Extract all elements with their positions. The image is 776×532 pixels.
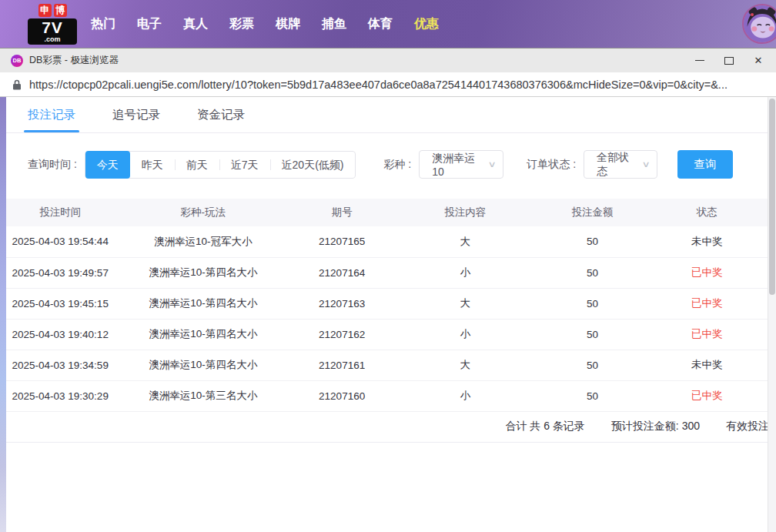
summary-expected-amount: 预计投注金额: 300 [611,420,700,433]
cell-bet-content: 大 [392,226,538,257]
cell-bet-amount: 50 [538,226,646,257]
cell-status: 已中奖 [647,319,768,350]
cell-bet-time: 2025-04-03 19:49:57 [6,257,114,288]
order-status-label: 订单状态 : [527,158,576,172]
cell-status: 未中奖 [647,350,768,380]
cell-bet-time: 2025-04-03 19:45:15 [6,288,114,319]
table-row: 2025-04-03 19:34:59 澳洲幸运10-第四名大小 2120716… [6,350,768,380]
table-header-row: 投注时间 彩种-玩法 期号 投注内容 投注金额 状态 [6,199,768,226]
site-favicon-icon: DB [11,55,23,67]
site-logo[interactable]: 申 博 7V .com [28,4,77,45]
cell-bet-content: 大 [392,350,538,380]
minimize-icon [695,60,704,61]
table-header-cell: 彩种-玩法 [114,199,291,226]
maximize-button[interactable] [714,49,744,72]
user-avatar[interactable] [742,4,776,44]
lock-icon [12,79,22,90]
site-navbar: 申 博 7V .com 热门 电子 真人 彩票 棋牌 捕鱼 体育 优惠 [0,0,776,48]
window-title: DB彩票 - 极速浏览器 [29,54,119,67]
nav-item[interactable]: 棋牌 [276,13,300,35]
chevron-down-icon: ∨ [488,159,497,169]
nav-item[interactable]: 优惠 [414,13,439,35]
cell-game-play: 澳洲幸运10-第四名大小 [114,288,291,319]
nav-item[interactable]: 捕鱼 [322,13,346,35]
time-range-group: 今天 昨天 前天 近7天 近20天(低频) [85,151,356,179]
chevron-down-icon: ∨ [641,159,650,169]
time-range-option[interactable]: 前天 [175,152,219,178]
nav-item[interactable]: 电子 [137,13,162,35]
cell-game-play: 澳洲幸运10-第四名大小 [114,257,291,288]
lottery-select-value: 澳洲幸运10 [432,152,484,178]
scrollbar[interactable] [768,97,776,532]
cell-bet-time: 2025-04-03 19:34:59 [6,350,114,380]
record-tab[interactable]: 投注记录 [28,97,75,132]
avatar-girl-icon [744,5,776,42]
table-row: 2025-04-03 19:30:29 澳洲幸运10-第三名大小 2120716… [6,380,768,411]
nav-item[interactable]: 彩票 [229,13,254,35]
cell-issue-number: 21207164 [292,257,393,288]
cell-bet-time: 2025-04-03 19:54:44 [6,226,114,257]
table-summary: 合计 共 6 条记录 预计投注金额: 300 有效投注金 [6,412,768,443]
browser-window: DB DB彩票 - 极速浏览器 ✕ https://ctopcp02pcali.… [0,48,776,532]
cell-status: 已中奖 [647,380,768,411]
cell-game-play: 澳洲幸运10-第四名大小 [114,350,291,380]
maximize-icon [724,57,734,65]
cell-status: 未中奖 [647,226,768,257]
table-header-cell: 状态 [647,199,768,226]
cell-issue-number: 21207160 [292,380,393,411]
summary-valid-amount: 有效投注金 [726,420,768,433]
filter-bar: 查询时间 : 今天 昨天 前天 近7天 近20天(低频) 彩种 : [28,150,768,179]
record-tab[interactable]: 追号记录 [112,97,160,132]
time-range-option[interactable]: 近20天(低频) [270,152,356,178]
cell-game-play: 澳洲幸运10-第四名大小 [114,319,291,350]
close-button[interactable]: ✕ [744,49,773,72]
scrollbar-thumb[interactable] [769,99,775,295]
browser-titlebar: DB DB彩票 - 极速浏览器 ✕ [0,49,776,72]
logo-badge-bo: 博 [54,4,67,17]
record-tab[interactable]: 资金记录 [197,97,245,132]
table-header-cell: 投注金额 [538,199,646,226]
browser-urlbar[interactable]: https://ctopcp02pcali.uengi5e.com/lotter… [0,72,776,97]
minimize-button[interactable] [685,49,714,72]
page-body: 投注记录 追号记录 资金记录 查询时间 : 今天 昨天 前天 [0,97,776,532]
table-body: 2025-04-03 19:54:44 澳洲幸运10-冠军大小 21207165… [6,226,768,411]
cell-game-play: 澳洲幸运10-第三名大小 [114,380,291,411]
table-row: 2025-04-03 19:49:57 澳洲幸运10-第四名大小 2120716… [6,257,768,288]
nav-item[interactable]: 热门 [91,13,115,35]
cell-status: 已中奖 [647,288,768,319]
cell-bet-amount: 50 [538,288,646,319]
cell-status: 已中奖 [647,257,768,288]
cell-bet-content: 小 [392,380,538,411]
cell-game-play: 澳洲幸运10-冠军大小 [114,226,291,257]
time-range-option[interactable]: 今天 [85,151,130,179]
logo-sub-text: .com [31,36,74,43]
time-range-option[interactable]: 近7天 [219,152,270,178]
cell-bet-content: 大 [392,288,538,319]
search-button[interactable]: 查询 [677,150,733,179]
nav-item[interactable]: 体育 [368,13,393,35]
url-text[interactable]: https://ctopcp02pcali.uengi5e.com/lotter… [29,79,728,91]
site-nav-items: 热门 电子 真人 彩票 棋牌 捕鱼 体育 优惠 [91,13,439,35]
table-row: 2025-04-03 19:40:12 澳洲幸运10-第四名大小 2120716… [6,319,768,350]
cell-bet-amount: 50 [538,257,646,288]
table-header-cell: 投注内容 [392,199,538,226]
cell-issue-number: 21207162 [292,319,393,350]
summary-total: 合计 共 6 条记录 [505,420,584,433]
bet-record-table: 投注时间 彩种-玩法 期号 投注内容 投注金额 状态 [6,199,768,412]
lottery-filter-label: 彩种 : [383,158,411,172]
time-range-option[interactable]: 昨天 [130,152,175,178]
content-card: 投注记录 追号记录 资金记录 查询时间 : 今天 昨天 前天 [6,97,768,532]
nav-item[interactable]: 真人 [183,13,208,35]
cell-issue-number: 21207163 [292,288,393,319]
table-header-cell: 投注时间 [6,199,114,226]
cell-issue-number: 21207165 [292,226,393,257]
time-filter-label: 查询时间 : [28,158,77,172]
lottery-select[interactable]: 澳洲幸运10 ∨ [419,150,503,179]
table-row: 2025-04-03 19:45:15 澳洲幸运10-第四名大小 2120716… [6,288,768,319]
cell-bet-content: 小 [392,319,538,350]
table-row: 2025-04-03 19:54:44 澳洲幸运10-冠军大小 21207165… [6,226,768,257]
logo-box: 7V .com [28,18,77,45]
window-controls: ✕ [685,49,773,72]
order-status-select[interactable]: 全部状态 ∨ [584,150,657,179]
cell-bet-content: 小 [392,257,538,288]
